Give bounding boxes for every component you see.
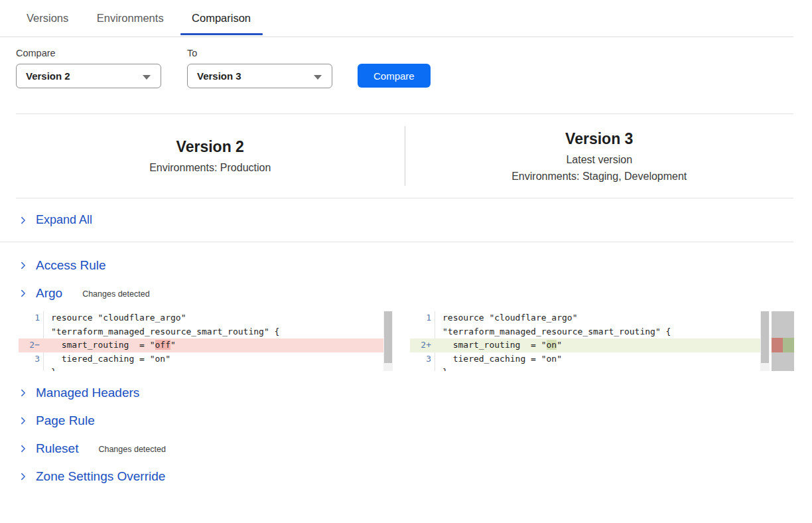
diff-minimap[interactable]	[772, 311, 794, 371]
expand-all-label: Expand All	[36, 213, 92, 227]
code-text: resource "cloudflare_argo"	[435, 311, 578, 325]
line-number: 3	[19, 352, 44, 366]
code-text: tiered_caching = "on"	[44, 352, 170, 366]
code-line-removed: 2− smart_routing = "off"	[19, 338, 393, 352]
to-label: To	[187, 48, 332, 58]
comparison-page: Versions Environments Comparison Compare…	[0, 0, 812, 523]
code-line: 3 tiered_caching = "on"	[19, 352, 393, 366]
code-line: }	[410, 366, 770, 371]
chevron-right-icon	[19, 216, 28, 225]
diff-right-pane[interactable]: 1 resource "cloudflare_argo" "terraform_…	[410, 311, 770, 371]
version-right-latest-label: Latest version	[566, 154, 632, 166]
section-label: Argo	[36, 286, 62, 301]
code-text: "terraform_managed_resource_smart_routin…	[435, 325, 671, 339]
diff-right-group: 1 resource "cloudflare_argo" "terraform_…	[393, 311, 794, 371]
code-line: }	[19, 366, 393, 371]
code-text: }	[44, 366, 56, 371]
line-number: 1	[19, 311, 44, 325]
to-field: To Version 3	[187, 48, 332, 88]
removed-word: off	[155, 340, 170, 350]
version-left-environments: Environments: Production	[149, 162, 271, 174]
code-line: 1 resource "cloudflare_argo"	[19, 311, 393, 325]
compare-label: Compare	[16, 48, 161, 58]
scrollbar[interactable]	[760, 311, 770, 371]
code-text: smart_routing = "on"	[435, 338, 562, 352]
section-access-rule[interactable]: Access Rule	[0, 252, 812, 279]
tab-comparison[interactable]: Comparison	[192, 12, 251, 34]
section-label: Managed Headers	[36, 386, 139, 400]
scrollbar[interactable]	[383, 311, 393, 371]
section-ruleset[interactable]: Ruleset Changes detected	[0, 435, 812, 463]
expand-all-row[interactable]: Expand All	[0, 198, 793, 242]
argo-diff: 1 resource "cloudflare_argo" "terraform_…	[19, 311, 812, 371]
section-zone-settings-override[interactable]: Zone Settings Override	[0, 463, 812, 490]
code-line-added: 2+ smart_routing = "on"	[410, 338, 770, 352]
line-number	[19, 325, 44, 339]
section-label: Page Rule	[36, 413, 95, 428]
line-number: 2+	[410, 338, 435, 352]
chevron-right-icon	[19, 388, 28, 398]
section-argo[interactable]: Argo Changes detected	[0, 279, 812, 307]
chevron-right-icon	[19, 261, 28, 270]
chevron-right-icon	[19, 444, 28, 453]
compare-button[interactable]: Compare	[358, 64, 431, 88]
tab-versions[interactable]: Versions	[27, 12, 68, 34]
line-number: 1	[410, 311, 435, 325]
changes-detected-badge: Changes detected	[98, 443, 165, 454]
code-text: smart_routing = "off"	[44, 338, 176, 352]
minimap-added-mark	[783, 338, 794, 352]
code-line: 3 tiered_caching = "on"	[410, 352, 770, 366]
added-word: on	[547, 340, 557, 350]
chevron-right-icon	[19, 472, 28, 481]
chevron-down-icon	[143, 75, 151, 80]
chevron-right-icon	[19, 416, 28, 425]
version-left-header: Version 2 Environments: Production	[16, 114, 405, 198]
version-right-title: Version 3	[565, 130, 633, 148]
chevron-right-icon	[19, 289, 28, 298]
section-label: Access Rule	[36, 258, 106, 273]
compare-from-value: Version 2	[26, 70, 70, 82]
version-left-title: Version 2	[176, 138, 244, 156]
line-number: 3	[410, 352, 435, 366]
code-text: resource "cloudflare_argo"	[44, 311, 186, 325]
scrollbar-thumb[interactable]	[761, 311, 769, 363]
compare-to-value: Version 3	[197, 70, 241, 82]
compare-field: Compare Version 2	[16, 48, 161, 88]
line-number: 2−	[19, 338, 44, 352]
tab-environments[interactable]: Environments	[97, 12, 164, 34]
code-line-wrap: "terraform_managed_resource_smart_routin…	[19, 325, 393, 339]
scrollbar-thumb[interactable]	[384, 311, 392, 363]
section-managed-headers[interactable]: Managed Headers	[0, 379, 812, 407]
tab-bar: Versions Environments Comparison	[0, 0, 793, 37]
compare-form: Compare Version 2 To Version 3 Compare	[0, 37, 812, 88]
section-label: Zone Settings Override	[36, 469, 165, 484]
version-right-header: Version 3 Latest version Environments: S…	[405, 114, 794, 198]
minimap-removed-mark	[772, 338, 783, 352]
section-page-rule[interactable]: Page Rule	[0, 407, 812, 435]
changes-detected-badge: Changes detected	[82, 288, 149, 299]
version-headers: Version 2 Environments: Production Versi…	[16, 114, 793, 198]
code-line-wrap: "terraform_managed_resource_smart_routin…	[410, 325, 770, 339]
section-label: Ruleset	[36, 441, 78, 456]
compare-to-select[interactable]: Version 3	[187, 64, 332, 88]
line-number	[410, 366, 435, 371]
diff-left-pane[interactable]: 1 resource "cloudflare_argo" "terraform_…	[19, 311, 393, 371]
chevron-down-icon	[314, 75, 322, 80]
code-text: }	[435, 366, 448, 371]
code-line: 1 resource "cloudflare_argo"	[410, 311, 770, 325]
line-number	[410, 325, 435, 339]
compare-from-select[interactable]: Version 2	[16, 64, 161, 88]
sections-list: Access Rule Argo Changes detected 1 reso…	[0, 242, 812, 490]
code-text: tiered_caching = "on"	[435, 352, 562, 366]
version-right-environments: Environments: Staging, Development	[511, 171, 687, 183]
line-number	[19, 366, 44, 371]
code-text: "terraform_managed_resource_smart_routin…	[44, 325, 279, 339]
